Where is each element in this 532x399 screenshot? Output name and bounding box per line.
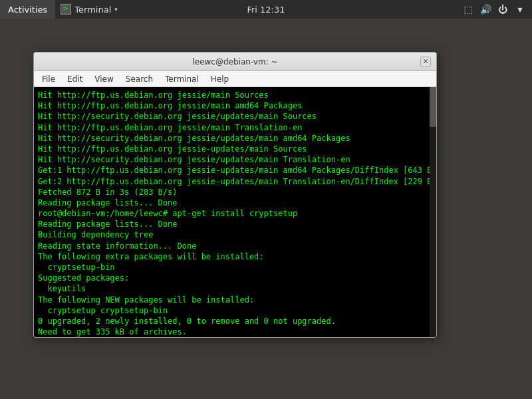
menu-file[interactable]: File bbox=[37, 73, 61, 85]
title-bar: leewc@debian-vm: ~ ✕ bbox=[34, 53, 436, 71]
topbar-left: Activities Terminal ▾ bbox=[0, 0, 123, 19]
power-icon[interactable]: ⏻ bbox=[496, 3, 509, 16]
topbar: Activities Terminal ▾ Fri 12:31 ⬚ 🔊 ⏻ ▾ bbox=[0, 0, 532, 19]
terminal-output: Hit http://ftp.us.debian.org jessie/main… bbox=[34, 87, 436, 337]
terminal-taskbar-button[interactable]: Terminal ▾ bbox=[55, 0, 122, 19]
scrollbar-thumb[interactable] bbox=[430, 87, 436, 127]
chevron-down-icon[interactable]: ▾ bbox=[513, 3, 527, 16]
activities-button[interactable]: Activities bbox=[0, 0, 55, 19]
scrollbar[interactable] bbox=[430, 87, 436, 337]
chevron-down-icon: ▾ bbox=[114, 6, 118, 13]
topbar-right: ⬚ 🔊 ⏻ ▾ bbox=[462, 0, 532, 19]
menu-view[interactable]: View bbox=[89, 73, 118, 85]
menu-help[interactable]: Help bbox=[205, 73, 234, 85]
topbar-clock: Fri 12:31 bbox=[247, 5, 285, 15]
menu-edit[interactable]: Edit bbox=[62, 73, 88, 85]
menu-bar: File Edit View Search Terminal Help bbox=[34, 71, 436, 87]
desktop: leewc@debian-vm: ~ ✕ File Edit View Sear… bbox=[0, 19, 532, 399]
terminal-content[interactable]: Hit http://ftp.us.debian.org jessie/main… bbox=[34, 87, 436, 337]
terminal-taskbar-label: Terminal bbox=[74, 5, 111, 15]
windows-icon[interactable]: ⬚ bbox=[462, 3, 475, 16]
terminal-window: leewc@debian-vm: ~ ✕ File Edit View Sear… bbox=[33, 52, 437, 338]
menu-search[interactable]: Search bbox=[120, 73, 158, 85]
close-button[interactable]: ✕ bbox=[420, 57, 431, 67]
volume-icon[interactable]: 🔊 bbox=[479, 3, 492, 16]
activities-label: Activities bbox=[8, 5, 47, 15]
terminal-icon bbox=[61, 4, 71, 15]
menu-terminal[interactable]: Terminal bbox=[160, 73, 204, 85]
close-icon: ✕ bbox=[422, 57, 428, 66]
datetime-label: Fri 12:31 bbox=[247, 5, 285, 15]
window-title: leewc@debian-vm: ~ bbox=[50, 57, 420, 66]
